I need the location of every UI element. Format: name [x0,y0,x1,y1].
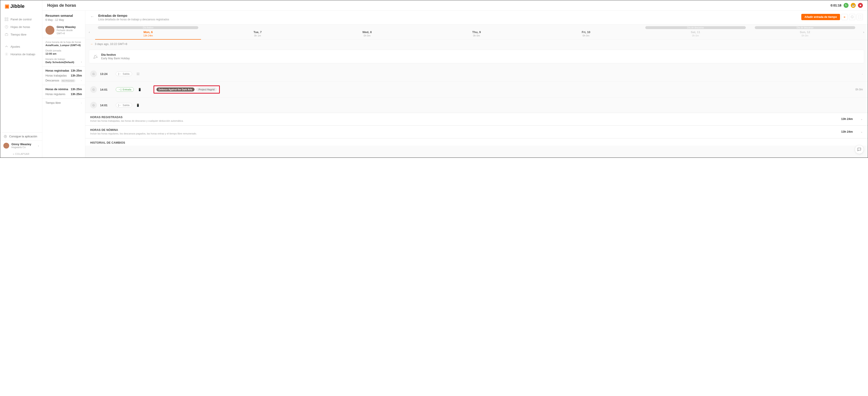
day-tag: Día de descanso [645,26,746,29]
chat-widget[interactable] [855,145,864,154]
nav-timeoff[interactable]: Tiempo libre [0,31,42,38]
schedule-value: Daily Schedule(Default) [45,61,74,64]
nav-dashboard[interactable]: Panel de control [0,15,42,23]
svg-point-6 [6,54,7,55]
timezone-label: Zona horaria de la hoja de horas [45,41,82,43]
timeoff-label: Tiempo libre [45,101,61,104]
time-entry-row[interactable]: G13:24[← Salida🖼- [85,66,868,81]
day-label: Mon, 6 [93,30,203,34]
day-tag: Día festivo [98,26,198,29]
main-nav: Panel de control Hojas de horas Tiempo l… [0,11,42,132]
expand-icon[interactable]: ⛶ [857,14,863,20]
status-yellow-pill[interactable]: ☕ [851,3,856,8]
days-strip: ‹ Día festivoMon, 613h 24m.Tue, 70h 1m.W… [85,24,868,40]
nav-timeoff-label: Tiempo libre [10,33,26,36]
collapse-label: COLAPSAR [15,153,30,155]
get-app-link[interactable]: Consigue la aplicación [0,133,42,140]
nav-settings[interactable]: Ajustes [0,43,42,50]
entry-time: 14:01 [100,104,113,107]
clock-icon [5,25,8,29]
split-day-label: Dividir jornada [45,49,82,52]
logo[interactable]: ▣Jibble [0,0,42,11]
section-history-title: HISTORIAL DE CAMBIOS [90,141,863,144]
page-title: Hojas de horas [47,3,76,8]
project-tag: Project Hagrid [196,88,217,92]
day-tab[interactable]: Día de descansoSat, 110h 0m [641,24,750,40]
nav-timesheets[interactable]: Hojas de horas [0,23,42,31]
stop-timer-pill[interactable]: ■ [858,3,863,8]
nav-schedules[interactable]: Horarios de trabajo [0,50,42,58]
chevron-down-icon: ⌄ [860,130,863,133]
day-value: 0h 0m [750,34,860,37]
download-icon [4,135,7,138]
entries-subtitle: Lista detallada de horas de trabajo y de… [98,18,169,21]
timezone-value: Asia/Kuala_Lumpur (GMT+8) [45,44,82,46]
holiday-title: Día festivo [101,53,130,56]
next-week-button[interactable]: › [860,24,868,40]
entry-avatar: G [90,86,97,93]
day-value: 0h 0m [531,34,641,37]
activity-tag: Defence Against the Dark Arts [156,88,194,92]
day-tab[interactable]: Día de descansoSun, 120h 0m [750,24,860,40]
add-entry-button[interactable]: Añadir entrada de tiempo [801,14,840,20]
section-payroll[interactable]: HORAS DE NÓMINA Incluir las horas regula… [85,126,868,138]
current-user-org: Hogwarts Co [11,146,36,148]
chevron-right-icon[interactable]: › [81,60,82,64]
party-icon [93,54,98,59]
summary-user-name: Ginny Weasley [57,26,76,29]
list-view-icon[interactable]: ≡ [841,14,848,20]
nav-settings-label: Ajustes [10,45,20,48]
day-tag: Día de descanso [755,26,855,29]
content-area: ← Entradas de tiempo Lista detallada de … [85,11,868,158]
info-icon[interactable]: ⓘ [849,14,855,20]
collapse-sidebar[interactable]: « COLAPSAR [0,151,42,158]
regular-hours-label: Horas regulares [45,93,65,96]
worked-hours-value: 13h 25m [71,74,82,77]
breaks-label: Descansos [45,79,59,82]
nav-timesheets-label: Hojas de horas [10,25,30,29]
grid-icon [5,18,8,21]
section-payroll-value: 13h 24m [841,130,853,133]
left-sidebar: ▣Jibble Panel de control Hojas de horas … [0,0,42,158]
schedule-label: Horario de trabajo [45,58,82,60]
holiday-name: Early May Bank Holiday [101,57,130,60]
picture-icon: 🖼 [136,72,140,76]
section-history[interactable]: HISTORIAL DE CAMBIOS [85,138,868,146]
prev-week-button[interactable]: ‹ [85,24,93,40]
section-tracked[interactable]: HORAS REGISTRADAS Incluir las horas trab… [85,113,868,126]
timer-value: 0:01:18 [831,4,841,7]
day-tab[interactable]: .Wed, 80h 0m [312,24,422,40]
regular-hours-value: 13h 25m [71,93,82,96]
day-label: Sat, 11 [641,30,750,34]
get-app-label: Consigue la aplicación [9,135,37,138]
day-value: 0h 1m [203,34,312,37]
direction-chip: [← Salida [116,103,132,107]
svg-rect-2 [5,20,6,21]
day-tab[interactable]: .Thu, 90h 0m [422,24,531,40]
summary-title: Resumen semanal [45,14,82,18]
gear-icon [5,52,8,56]
briefcase-icon [5,33,8,36]
chevron-up-icon [5,45,8,48]
summary-panel: Resumen semanal 6 May - 12 May Ginny Wea… [42,11,85,158]
timeoff-value: - [81,101,82,104]
unpaid-badge: NO PAGADO [61,79,75,82]
time-entry-row[interactable]: G14:01→] Entrada📱Defence Against the Dar… [85,81,868,98]
day-label: Fri, 10 [531,30,641,34]
status-green-pill[interactable]: ↻ [844,3,848,8]
day-value: 0h 0m [312,34,422,37]
time-entry-row[interactable]: G14:01[← Salida📱 [85,98,868,113]
day-tab[interactable]: Día festivoMon, 613h 24m [93,24,203,40]
logo-mark-icon: ▣ [5,3,9,9]
svg-rect-3 [7,20,8,21]
current-user-row[interactable]: Ginny Weasley Hogwarts Co › [0,140,42,151]
logo-text: Jibble [10,3,25,9]
day-tab[interactable]: .Fri, 100h 0m [531,24,641,40]
day-tab[interactable]: .Tue, 70h 1m [203,24,312,40]
direction-arrow-icon: →] [118,88,121,91]
entry-time: 14:01 [100,88,113,91]
svg-rect-1 [7,18,8,19]
back-button[interactable]: ← [90,14,94,19]
topbar: Hojas de horas 0:01:18 ↻ ☕ ■ [42,0,868,11]
entries-title: Entradas de tiempo [98,14,169,18]
